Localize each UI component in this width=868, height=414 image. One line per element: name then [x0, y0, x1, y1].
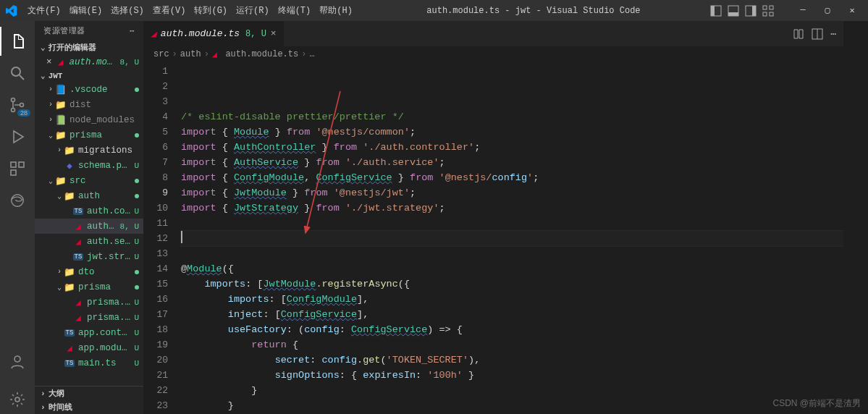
- tree-folder[interactable]: ›📁dist: [35, 97, 143, 112]
- menu-terminal[interactable]: 终端(T): [274, 4, 316, 17]
- code-line[interactable]: useFactory: (config: ConfigService) => {: [181, 322, 843, 337]
- code-line[interactable]: import { AuthService } from './auth.serv…: [181, 155, 843, 170]
- layout-icon-2[interactable]: [728, 5, 739, 17]
- angular-icon: ◢: [151, 28, 156, 40]
- timeline-section[interactable]: ›时间线: [35, 400, 143, 414]
- code-line[interactable]: signOptions: { expiresIn: '100h' }: [181, 368, 843, 383]
- tree-file[interactable]: ◢auth.servi…U: [35, 234, 143, 249]
- window-maximize[interactable]: ▢: [817, 5, 838, 16]
- debug-icon: [9, 128, 26, 145]
- tree-folder[interactable]: ⌄📁prisma: [35, 279, 143, 295]
- code-line[interactable]: import { ConfigModule, ConfigService } f…: [181, 170, 843, 185]
- files-icon: [9, 33, 27, 50]
- activity-extensions[interactable]: [0, 154, 35, 183]
- svg-rect-16: [11, 162, 16, 167]
- code-line[interactable]: import { Module } from '@nestjs/common';: [181, 124, 843, 140]
- layout-icon-3[interactable]: [745, 5, 757, 17]
- ts-icon: TS: [72, 253, 84, 261]
- tab-more-icon[interactable]: ⋯: [830, 28, 836, 40]
- code-line[interactable]: [181, 216, 843, 231]
- tree-folder[interactable]: ›📁migrations: [35, 143, 143, 158]
- activity-edge[interactable]: [0, 186, 35, 215]
- outline-section[interactable]: ›大纲: [35, 386, 143, 400]
- activity-bar: 28: [0, 21, 35, 414]
- more-icon[interactable]: ⋯: [130, 26, 135, 35]
- code-line[interactable]: [181, 246, 843, 261]
- code-line[interactable]: imports: [JwtModule.registerAsync({: [181, 276, 843, 292]
- code-line[interactable]: inject: [ConfigService],: [181, 307, 843, 322]
- menu-select[interactable]: 选择(S): [106, 4, 148, 17]
- vscode-logo-icon: [6, 5, 17, 17]
- split-icon[interactable]: [812, 28, 823, 40]
- tree-file[interactable]: ◆schema.pris…U: [35, 158, 143, 173]
- tree-file[interactable]: TSmain.tsU: [35, 355, 143, 371]
- svg-point-12: [12, 98, 15, 102]
- tab-auth-module[interactable]: ◢ auth.module.ts 8, U ×: [143, 21, 285, 46]
- close-icon[interactable]: ×: [46, 57, 52, 67]
- code-line[interactable]: secret: config.get('TOKEN_SECRET'),: [181, 352, 843, 368]
- activity-account[interactable]: [0, 347, 35, 376]
- tree-folder[interactable]: ›📘.vscode: [35, 82, 143, 97]
- angular-icon: ◢: [55, 56, 67, 68]
- tree-folder[interactable]: ›📗node_modules: [35, 112, 143, 127]
- code-line[interactable]: import { JwtStrategy } from './jwt.strat…: [181, 200, 843, 216]
- folder-icon: 📁: [55, 99, 67, 111]
- tree-file[interactable]: ◢prisma.ser…U: [35, 310, 143, 325]
- code-line[interactable]: import { AuthController } from './auth.c…: [181, 140, 843, 155]
- folder-icon: 📁: [64, 145, 75, 156]
- menu-run[interactable]: 运行(R): [232, 4, 274, 17]
- menu-file[interactable]: 文件(F): [23, 4, 65, 17]
- tree-folder[interactable]: ⌄📁prisma: [35, 127, 143, 143]
- project-section[interactable]: ⌄JWT: [35, 69, 143, 82]
- activity-search[interactable]: [0, 59, 35, 88]
- window-minimize[interactable]: ─: [793, 5, 813, 16]
- code-line[interactable]: @Module({: [181, 261, 843, 276]
- activity-debug[interactable]: [0, 122, 35, 151]
- menu-view[interactable]: 查看(V): [148, 4, 190, 17]
- svg-rect-18: [11, 170, 16, 175]
- tree-folder[interactable]: ⌄📁src: [35, 173, 143, 188]
- tree-file[interactable]: TSjwt.strate…U: [35, 249, 143, 264]
- code-line[interactable]: imports: [ConfigModule],: [181, 292, 843, 307]
- tab-bar: ◢ auth.module.ts 8, U × ⋯: [143, 21, 843, 46]
- menu-edit[interactable]: 编辑(E): [65, 4, 107, 17]
- tree-folder[interactable]: ⌄📁auth: [35, 188, 143, 203]
- angular-icon: ◢: [64, 342, 75, 354]
- code-line[interactable]: import { JwtModule } from '@nestjs/jwt';: [181, 185, 843, 200]
- menu-goto[interactable]: 转到(G): [190, 4, 232, 17]
- menu-help[interactable]: 帮助(H): [315, 4, 357, 17]
- tab-close-icon[interactable]: ×: [271, 28, 277, 39]
- account-icon: [9, 353, 26, 371]
- activity-explorer[interactable]: [0, 27, 35, 56]
- svg-rect-9: [770, 12, 773, 16]
- folder-icon: 📁: [64, 190, 75, 202]
- right-rail: [843, 21, 868, 414]
- line-gutter: 1234567891011121314151617181920212223: [143, 62, 181, 414]
- svg-rect-5: [752, 6, 756, 16]
- svg-point-21: [15, 397, 20, 402]
- open-editors-section[interactable]: ⌄打开的编辑器: [35, 41, 143, 54]
- layout-icon-1[interactable]: [710, 5, 722, 17]
- activity-settings[interactable]: [0, 385, 35, 414]
- breadcrumbs[interactable]: src› auth› ◢ auth.module.ts› …: [143, 46, 843, 62]
- tab-filename: auth.module.ts: [161, 28, 240, 39]
- folder-icon: 📁: [55, 130, 67, 141]
- tree-folder[interactable]: ›📁dto: [35, 264, 143, 279]
- code-line[interactable]: }: [181, 383, 843, 398]
- window-close[interactable]: ✕: [842, 5, 862, 16]
- code-editor[interactable]: /* eslint-disable prettier/prettier */im…: [181, 62, 843, 414]
- code-line[interactable]: }: [181, 398, 843, 413]
- ts-icon: TS: [72, 208, 84, 215]
- layout-customize-icon[interactable]: [762, 5, 774, 17]
- code-line[interactable]: return {: [181, 337, 843, 352]
- code-line[interactable]: [181, 231, 843, 246]
- code-line[interactable]: /* eslint-disable prettier/prettier */: [181, 109, 843, 124]
- tree-file[interactable]: ◢app.modul…U: [35, 340, 143, 355]
- compare-icon[interactable]: [793, 28, 804, 40]
- tree-file[interactable]: ◢auth.m…8, U: [35, 219, 143, 234]
- activity-scm[interactable]: 28: [0, 90, 35, 119]
- open-editor-item[interactable]: × ◢ auth.mod… 8, U: [35, 54, 143, 69]
- tree-file[interactable]: TSapp.control…U: [35, 325, 143, 340]
- tree-file[interactable]: TSauth.contr…U: [35, 203, 143, 219]
- tree-file[interactable]: ◢prisma.m…U: [35, 295, 143, 310]
